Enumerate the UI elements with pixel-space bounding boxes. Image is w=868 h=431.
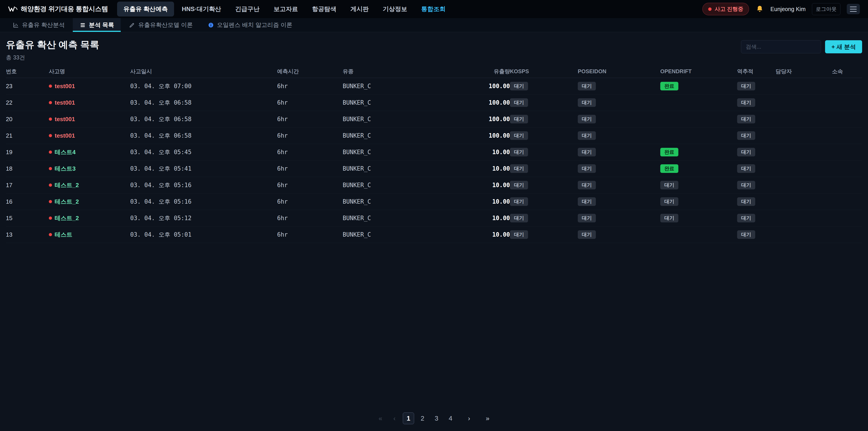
cell-kosps-status: 대기 xyxy=(510,181,578,189)
notification-bell-button[interactable] xyxy=(755,5,764,13)
cell-incident-datetime: 03. 04. 오후 05:16 xyxy=(130,181,277,189)
table-row[interactable]: 16 테스트_2 03. 04. 오후 05:16 6hr BUNKER_C 1… xyxy=(6,193,862,210)
pagination-nav-7[interactable]: › xyxy=(463,412,475,424)
cell-incident-datetime: 03. 04. 오후 05:12 xyxy=(130,214,277,222)
cell-oil-type: BUNKER_C xyxy=(343,165,469,172)
nav-item-4[interactable]: 보고자료 xyxy=(267,2,304,17)
pagination-nav-1: « xyxy=(375,412,386,424)
pagination-page-3[interactable]: 3 xyxy=(431,412,442,424)
hamburger-menu-button[interactable] xyxy=(847,4,860,14)
cell-backtrack-status: 대기 xyxy=(737,115,776,123)
backtrack-status-badge: 대기 xyxy=(737,131,755,140)
table-row[interactable]: 19 테스트4 03. 04. 오후 05:45 6hr BUNKER_C 10… xyxy=(6,144,862,160)
cell-incident-datetime: 03. 04. 오후 06:58 xyxy=(130,132,277,140)
kosps-status-badge: 대기 xyxy=(510,131,528,140)
poseidon-status-badge: 대기 xyxy=(578,131,596,140)
nav-item-3[interactable]: 긴급구난 xyxy=(229,2,266,17)
search-input[interactable] xyxy=(741,40,821,53)
backtrack-status-badge: 대기 xyxy=(737,164,755,173)
cell-incident-name: test001 xyxy=(49,132,130,139)
kosps-status-badge: 대기 xyxy=(510,164,528,173)
backtrack-status-badge: 대기 xyxy=(737,181,755,189)
cell-kosps-status: 대기 xyxy=(510,82,578,90)
incident-name-link[interactable]: 테스트_2 xyxy=(55,198,79,206)
cell-poseidon-status: 대기 xyxy=(578,197,660,206)
sub-tabbar: 유출유 확산분석분석 목록유출유확산모델 이론오일펜스 배치 알고리즘 이론 xyxy=(0,18,868,32)
cell-incident-name: 테스트_2 xyxy=(49,181,130,189)
logout-button[interactable]: 로그아웃 xyxy=(812,3,840,15)
column-header-12: 소속 xyxy=(832,68,862,75)
opendrift-status-badge: 완료 xyxy=(660,82,678,90)
opendrift-status-badge: 대기 xyxy=(660,197,678,206)
tab-4[interactable]: 오일펜스 배치 알고리즘 이론 xyxy=(201,18,299,32)
nav-item-8[interactable]: 통합조회 xyxy=(415,2,452,17)
nav-item-6[interactable]: 게시판 xyxy=(344,2,375,17)
pagination-page-1[interactable]: 1 xyxy=(403,412,414,424)
incident-name-link[interactable]: test001 xyxy=(55,116,75,123)
cell-spill-amount: 10.00 xyxy=(469,215,510,221)
incident-name-link[interactable]: 테스트3 xyxy=(55,165,75,173)
cell-incident-name: test001 xyxy=(49,99,130,106)
tab-1[interactable]: 유출유 확산분석 xyxy=(6,18,71,32)
status-dot-icon xyxy=(49,167,52,170)
cell-spill-amount: 10.00 xyxy=(469,149,510,155)
top-header: 해양환경 위기대응 통합시스템 유출유 확산예측HNS·대기확산긴급구난보고자료… xyxy=(0,0,868,18)
table-row[interactable]: 13 테스트 03. 04. 오후 05:01 6hr BUNKER_C 10.… xyxy=(6,226,862,243)
poseidon-status-badge: 대기 xyxy=(578,230,596,239)
table-row[interactable]: 15 테스트_2 03. 04. 오후 05:12 6hr BUNKER_C 1… xyxy=(6,210,862,226)
incident-name-link[interactable]: test001 xyxy=(55,99,75,106)
cell-predict-time: 6hr xyxy=(277,215,343,221)
nav-item-7[interactable]: 기상정보 xyxy=(376,2,413,17)
table-row[interactable]: 17 테스트_2 03. 04. 오후 05:16 6hr BUNKER_C 1… xyxy=(6,177,862,193)
table-row[interactable]: 23 test001 03. 04. 오후 07:00 6hr BUNKER_C… xyxy=(6,78,862,94)
pagination-page-2[interactable]: 2 xyxy=(417,412,428,424)
incident-name-link[interactable]: test001 xyxy=(55,132,75,139)
incident-name-link[interactable]: 테스트_2 xyxy=(55,214,79,222)
kosps-status-badge: 대기 xyxy=(510,82,528,90)
cell-poseidon-status: 대기 xyxy=(578,98,660,107)
table-row[interactable]: 22 test001 03. 04. 오후 06:58 6hr BUNKER_C… xyxy=(6,94,862,111)
column-header-9: OPENDRIFT xyxy=(660,68,737,74)
column-header-4: 예측시간 xyxy=(277,68,343,75)
incident-label: 사고 진행중 xyxy=(715,5,743,13)
nav-item-2[interactable]: HNS·대기확산 xyxy=(176,2,227,17)
cell-number: 18 xyxy=(6,165,49,172)
cell-spill-amount: 10.00 xyxy=(469,182,510,188)
cell-oil-type: BUNKER_C xyxy=(343,198,469,205)
hamburger-icon xyxy=(850,6,857,7)
cell-predict-time: 6hr xyxy=(277,198,343,205)
cell-predict-time: 6hr xyxy=(277,132,343,139)
incident-name-link[interactable]: 테스트 xyxy=(55,231,72,239)
table-row[interactable]: 21 test001 03. 04. 오후 06:58 6hr BUNKER_C… xyxy=(6,127,862,144)
pagination-page-4[interactable]: 4 xyxy=(445,412,456,424)
tab-3[interactable]: 유출유확산모델 이론 xyxy=(122,18,199,32)
table-row[interactable]: 20 test001 03. 04. 오후 06:58 6hr BUNKER_C… xyxy=(6,111,862,127)
tab-2[interactable]: 분석 목록 xyxy=(73,18,121,32)
column-header-8: POSEIDON xyxy=(578,68,660,74)
nav-item-5[interactable]: 항공탐색 xyxy=(306,2,343,17)
page-title: 유출유 확산 예측 목록 xyxy=(6,38,99,51)
cell-poseidon-status: 대기 xyxy=(578,214,660,222)
incident-name-link[interactable]: 테스트4 xyxy=(55,148,75,156)
cell-incident-name: 테스트3 xyxy=(49,165,130,173)
cell-predict-time: 6hr xyxy=(277,83,343,90)
kosps-status-badge: 대기 xyxy=(510,197,528,206)
table-row[interactable]: 18 테스트3 03. 04. 오후 05:41 6hr BUNKER_C 10… xyxy=(6,160,862,177)
backtrack-status-badge: 대기 xyxy=(737,230,755,239)
cell-backtrack-status: 대기 xyxy=(737,230,776,239)
main-nav: 유출유 확산예측HNS·대기확산긴급구난보고자료항공탐색게시판기상정보통합조회 xyxy=(117,2,452,17)
new-analysis-button[interactable]: + 새 분석 xyxy=(825,40,862,53)
status-dot-icon xyxy=(49,233,52,236)
backtrack-status-badge: 대기 xyxy=(737,82,755,90)
incident-name-link[interactable]: test001 xyxy=(55,83,75,90)
incident-name-link[interactable]: 테스트_2 xyxy=(55,181,79,189)
pagination-nav-8[interactable]: » xyxy=(482,412,493,424)
cell-predict-time: 6hr xyxy=(277,149,343,155)
kosps-status-badge: 대기 xyxy=(510,214,528,222)
cell-incident-datetime: 03. 04. 오후 06:58 xyxy=(130,99,277,107)
nav-item-1[interactable]: 유출유 확산예측 xyxy=(117,2,174,17)
cell-backtrack-status: 대기 xyxy=(737,181,776,189)
app-logo[interactable]: 해양환경 위기대응 통합시스템 xyxy=(8,4,108,13)
opendrift-status-badge: 대기 xyxy=(660,181,678,189)
incident-status-badge[interactable]: 사고 진행중 xyxy=(702,3,749,16)
